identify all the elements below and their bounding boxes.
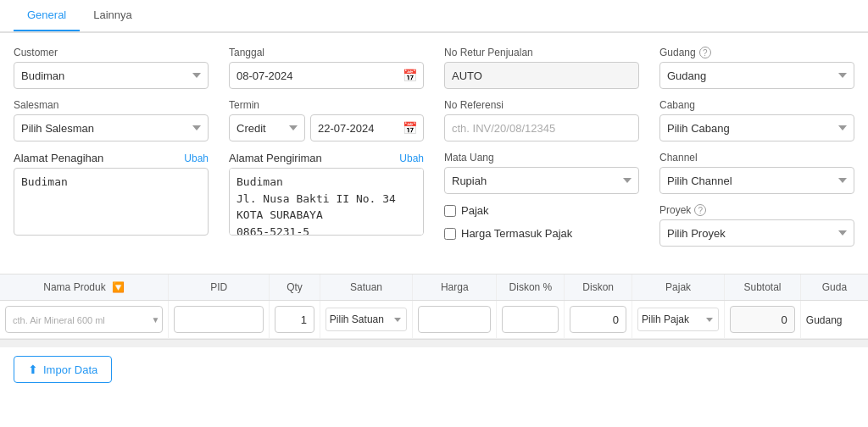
tab-general[interactable]: General: [14, 0, 80, 31]
subtotal-input: [730, 306, 795, 333]
customer-label: Customer: [14, 47, 58, 58]
td-satuan: Pilih Satuan: [320, 301, 412, 339]
td-diskon: [565, 301, 632, 339]
th-subtotal: Subtotal: [725, 274, 801, 301]
pajak-select[interactable]: Pilih Pajak: [637, 308, 719, 331]
no-referensi-label: No Referensi: [444, 99, 504, 111]
tanggal-input[interactable]: [229, 62, 424, 89]
tabs-bar: General Lainnya: [0, 0, 868, 33]
td-gudang-row: Gudang: [800, 301, 868, 339]
salesman-select[interactable]: Pilih Salesman: [14, 114, 209, 141]
import-icon: ⬆: [28, 363, 38, 376]
no-referensi-field: No Referensi: [444, 99, 639, 141]
th-pajak: Pajak: [632, 274, 725, 301]
td-harga: [413, 301, 497, 339]
mata-uang-label: Mata Uang: [444, 152, 494, 164]
th-pid: PID: [169, 274, 270, 301]
customer-select[interactable]: Budiman: [14, 62, 209, 89]
no-retur-input: [444, 62, 639, 89]
alamat-penagihan-label: Alamat Penagihan: [14, 152, 103, 164]
alamat-pengiriman-label: Alamat Pengiriman: [229, 152, 322, 164]
alamat-pengiriman-input[interactable]: Budiman Jl. Nusa Bakti II No. 34 KOTA SU…: [229, 168, 424, 236]
proyek-field: Proyek ? Pilih Proyek: [659, 204, 854, 247]
proyek-label: Proyek: [659, 204, 691, 216]
diskon-input[interactable]: [570, 306, 626, 333]
product-table-section: Nama Produk 🔽 PID Qty Satuan Harga Disko…: [0, 274, 868, 347]
qty-input[interactable]: [275, 306, 314, 333]
salesman-field: Salesman Pilih Salesman: [14, 99, 209, 141]
nama-produk-dropdown-icon[interactable]: ▼: [151, 315, 159, 324]
gudang-label: Gudang: [659, 47, 696, 58]
td-subtotal: [725, 301, 801, 339]
nama-produk-input[interactable]: [5, 306, 163, 333]
termin-date-input[interactable]: [310, 114, 424, 141]
gudang-help-icon[interactable]: ?: [699, 47, 711, 58]
td-pajak: Pilih Pajak: [632, 301, 725, 339]
gudang-select[interactable]: Gudang: [659, 62, 854, 89]
th-gudang: Guda: [800, 274, 868, 301]
tanggal-field: Tanggal 📅: [229, 47, 424, 89]
harga-termasuk-pajak-label[interactable]: Harga Termasuk Pajak: [461, 227, 572, 240]
termin-field: Termin Credit Cash COD 📅: [229, 99, 424, 141]
channel-select[interactable]: Pilih Channel: [659, 167, 854, 194]
harga-termasuk-pajak-field: Harga Termasuk Pajak: [444, 227, 639, 240]
tanggal-label: Tanggal: [229, 47, 264, 58]
product-table: Nama Produk 🔽 PID Qty Satuan Harga Disko…: [0, 274, 868, 339]
alamat-pengiriman-field: Alamat Pengiriman Ubah Budiman Jl. Nusa …: [229, 152, 424, 238]
table-wrap: Nama Produk 🔽 PID Qty Satuan Harga Disko…: [0, 274, 868, 339]
no-retur-field: No Retur Penjualan: [444, 47, 639, 89]
harga-input[interactable]: [418, 306, 491, 333]
alamat-penagihan-field: Alamat Penagihan Ubah Budiman: [14, 152, 209, 238]
td-nama-produk: ▼: [0, 301, 169, 339]
pajak-field: Pajak: [444, 204, 639, 217]
alamat-pengiriman-ubah[interactable]: Ubah: [399, 152, 424, 164]
td-pid: [169, 301, 270, 339]
gudang-row-value: Gudang: [806, 314, 843, 326]
filter-icon[interactable]: 🔽: [112, 281, 125, 293]
import-data-button[interactable]: ⬆ Impor Data: [14, 356, 112, 383]
horizontal-scrollbar[interactable]: [0, 339, 868, 347]
cabang-field: Cabang Pilih Cabang: [659, 99, 854, 141]
th-harga: Harga: [413, 274, 497, 301]
termin-label: Termin: [229, 99, 259, 111]
pajak-checkbox[interactable]: [444, 205, 456, 217]
customer-field: Customer Budiman: [14, 47, 209, 89]
salesman-label: Salesman: [14, 99, 58, 111]
no-retur-label: No Retur Penjualan: [444, 47, 533, 58]
mata-uang-field: Mata Uang Rupiah: [444, 152, 639, 194]
td-qty: [270, 301, 320, 339]
mata-uang-select[interactable]: Rupiah: [444, 167, 639, 194]
table-row: ▼ Pilih Satuan: [0, 301, 868, 339]
th-nama-produk: Nama Produk 🔽: [0, 274, 169, 301]
footer-bar: ⬆ Impor Data: [0, 347, 868, 391]
channel-label: Channel: [659, 152, 698, 164]
no-referensi-input[interactable]: [444, 114, 639, 141]
pid-input[interactable]: [174, 306, 264, 333]
import-label: Impor Data: [43, 363, 97, 376]
harga-termasuk-pajak-checkbox[interactable]: [444, 228, 456, 240]
satuan-select[interactable]: Pilih Satuan: [326, 308, 407, 331]
th-diskon: Diskon: [565, 274, 632, 301]
tab-lainnya[interactable]: Lainnya: [80, 0, 146, 31]
cabang-select[interactable]: Pilih Cabang: [659, 114, 854, 141]
cabang-label: Cabang: [659, 99, 695, 111]
alamat-penagihan-ubah[interactable]: Ubah: [184, 152, 209, 164]
th-diskon-pct: Diskon %: [497, 274, 565, 301]
th-satuan: Satuan: [320, 274, 412, 301]
alamat-penagihan-input[interactable]: Budiman: [14, 168, 209, 236]
proyek-help-icon[interactable]: ?: [694, 204, 706, 216]
th-qty: Qty: [270, 274, 320, 301]
termin-type-select[interactable]: Credit Cash COD: [229, 114, 305, 141]
proyek-select[interactable]: Pilih Proyek: [659, 219, 854, 247]
pajak-label[interactable]: Pajak: [461, 204, 489, 217]
gudang-field: Gudang ? Gudang: [659, 47, 854, 89]
channel-field: Channel Pilih Channel: [659, 152, 854, 194]
diskon-pct-input[interactable]: [502, 306, 559, 333]
td-diskon-pct: [497, 301, 565, 339]
